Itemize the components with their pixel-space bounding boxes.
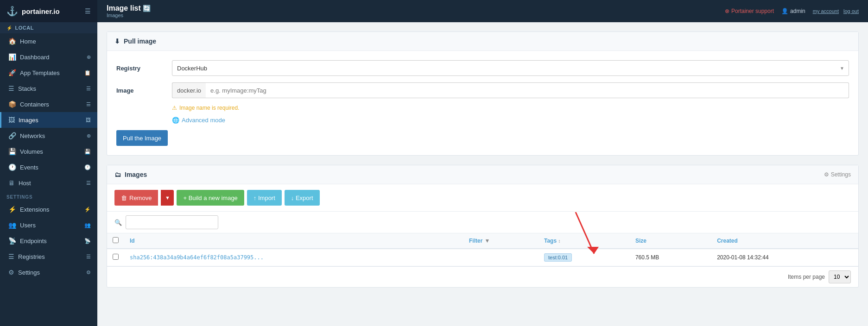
sidebar-item-label: Containers (20, 101, 49, 108)
remove-button[interactable]: 🗑 Remove (114, 190, 158, 206)
settings-gear-icon: ⚙ (824, 171, 829, 178)
th-size[interactable]: Size (630, 233, 711, 249)
registry-form-group: Registry DockerHub Other Registry (116, 60, 849, 76)
warning-icon: ⚠ (172, 105, 177, 111)
app-templates-extra-icon: 📋 (84, 70, 91, 76)
host-extra-icon: ☰ (86, 180, 91, 186)
items-per-page-label: Items per page (788, 274, 825, 280)
sidebar-item-label: Settings (18, 269, 40, 276)
sidebar-item-label: Networks (20, 132, 45, 139)
settings-icon: ⚙ (8, 269, 14, 276)
sidebar-item-label: Stacks (18, 85, 36, 92)
th-id[interactable]: Id (124, 233, 463, 249)
sidebar-item-endpoints[interactable]: 📡 Endpoints 📡 (0, 233, 97, 249)
images-section-title: 🗂 Images (114, 171, 147, 178)
row-checkbox-cell (107, 249, 124, 266)
sidebar-item-events[interactable]: 🕐 Events 🕐 (0, 159, 97, 175)
image-label: Image (116, 87, 172, 94)
images-section-icon: 🗂 (114, 171, 121, 178)
images-table-toolbar: 🗑 Remove ▼ + Build a new image ↑ Import … (107, 184, 858, 212)
sidebar-item-label: Endpoints (20, 238, 47, 244)
row-id-link[interactable]: sha256:438a34a9b4a64ef6f82f08a5a37995... (130, 254, 264, 261)
sidebar-item-registries[interactable]: ☰ Registries ☰ (0, 249, 97, 264)
sidebar-item-home[interactable]: 🏠 Home (0, 33, 97, 49)
sidebar-item-networks[interactable]: 🔗 Networks ⊕ (0, 128, 97, 144)
sidebar-item-label: Volumes (20, 148, 43, 155)
row-tags-cell: test:0.01 (539, 249, 630, 266)
row-checkbox[interactable] (113, 254, 119, 260)
pull-image-header-label: Pull image (124, 38, 156, 45)
pagination-bar: Items per page 10 25 50 (107, 266, 858, 287)
sidebar-item-containers[interactable]: 📦 Containers ☰ (0, 96, 97, 112)
items-per-page-select[interactable]: 10 25 50 (829, 270, 851, 283)
tag-badge: test:0.01 (544, 253, 572, 262)
dashboard-icon: 📊 (8, 53, 16, 61)
search-icon: 🔍 (114, 219, 122, 226)
pull-image-button[interactable]: Pull the Image (116, 130, 168, 146)
sidebar-item-dashboard[interactable]: 📊 Dashboard ⊕ (0, 49, 97, 65)
table-row: sha256:438a34a9b4a64ef6f82f08a5a37995...… (107, 249, 858, 266)
sidebar-item-users[interactable]: 👥 Users 👥 (0, 217, 97, 233)
content-area: ⬇ Pull image Registry DockerHub Other Re… (97, 22, 868, 326)
refresh-icon[interactable]: 🔄 (143, 5, 151, 12)
sidebar-item-host[interactable]: 🖥 Host ☰ (0, 175, 97, 191)
search-input[interactable] (126, 215, 218, 229)
th-filter: Filter ▼ (463, 233, 539, 249)
events-extra-icon: 🕐 (84, 164, 91, 170)
remove-dropdown-button[interactable]: ▼ (161, 190, 174, 206)
sidebar-item-label: Registries (18, 253, 45, 260)
sidebar-item-label: Home (20, 38, 36, 45)
images-table: Id Filter ▼ Tags ↕ (107, 233, 858, 266)
th-created[interactable]: Created (711, 233, 858, 249)
sidebar-item-volumes[interactable]: 💾 Volumes 💾 (0, 144, 97, 159)
sidebar-item-images[interactable]: 🖼 Images 🖼 (0, 112, 97, 128)
sidebar-item-label: Dashboard (20, 54, 50, 61)
users-extra-icon: 👥 (84, 222, 91, 228)
support-link[interactable]: ⊗ Portainer support (725, 8, 774, 14)
filter-icon: ▼ (484, 238, 490, 244)
th-tags[interactable]: Tags ↕ (539, 233, 630, 249)
endpoints-extra-icon: 📡 (84, 238, 91, 244)
image-input[interactable] (206, 82, 849, 98)
page-title: Image list 🔄 (107, 4, 151, 13)
row-size-cell: 760.5 MB (630, 249, 711, 266)
pull-image-header-icon: ⬇ (114, 38, 120, 45)
select-all-checkbox[interactable] (113, 237, 119, 243)
image-required-warning: ⚠ Image name is required. (172, 105, 849, 111)
images-section-header: 🗂 Images ⚙ Settings (107, 165, 858, 184)
sidebar-item-label: Extensions (20, 206, 50, 213)
settings-section-label: SETTINGS (0, 191, 97, 201)
extensions-icon: ⚡ (8, 206, 16, 213)
sidebar-toggle-icon[interactable]: ☰ (85, 7, 91, 15)
sidebar-item-label: Events (20, 164, 38, 171)
logo-icon: ⚓ (6, 6, 18, 17)
sidebar-item-label: Images (19, 117, 38, 124)
import-button[interactable]: ↑ Import (247, 190, 282, 206)
sidebar-item-stacks[interactable]: ☰ Stacks ☰ (0, 81, 97, 96)
sort-icons: ↕ (558, 238, 560, 244)
stacks-extra-icon: ☰ (86, 86, 91, 92)
images-settings-link[interactable]: ⚙ Settings (824, 171, 851, 178)
breadcrumb: Images (107, 13, 151, 18)
build-new-image-button[interactable]: + Build a new image (177, 190, 244, 206)
registry-select[interactable]: DockerHub Other Registry (172, 60, 849, 76)
admin-info: 👤 admin (781, 8, 805, 14)
admin-icon: 👤 (781, 8, 788, 14)
main-area: Image list 🔄 Images ⊗ Portainer support … (97, 0, 868, 326)
remove-icon: 🗑 (121, 194, 127, 201)
image-prefix: docker.io (172, 82, 206, 98)
logo-text: ⚓ portainer.io (6, 6, 60, 17)
image-input-group: docker.io (172, 82, 849, 98)
settings-extra-icon: ⚙ (86, 270, 91, 276)
export-button[interactable]: ↓ Export (285, 190, 320, 206)
row-filter-cell (463, 249, 539, 266)
pull-image-panel: ⬇ Pull image Registry DockerHub Other Re… (107, 31, 859, 156)
sidebar-item-settings[interactable]: ⚙ Settings ⚙ (0, 264, 97, 280)
topbar: Image list 🔄 Images ⊗ Portainer support … (97, 0, 868, 22)
image-form-group: Image docker.io (116, 82, 849, 98)
sidebar-item-app-templates[interactable]: 🚀 App Templates 📋 (0, 65, 97, 81)
advanced-mode-link[interactable]: 🌐 Advanced mode (172, 117, 849, 124)
my-account-link[interactable]: my account (813, 8, 839, 14)
logout-link[interactable]: log out (843, 8, 859, 14)
sidebar-item-extensions[interactable]: ⚡ Extensions ⚡ (0, 201, 97, 217)
